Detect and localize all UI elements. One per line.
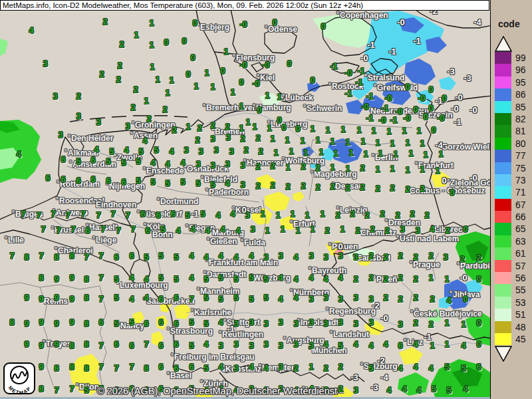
temperature-value: 3 xyxy=(249,340,253,350)
city-marker-icon: ° xyxy=(385,218,388,225)
temperature-value: 1 xyxy=(345,164,350,174)
temperature-value: 7 xyxy=(56,225,61,235)
city-marker-icon: ° xyxy=(329,82,332,89)
city-marker-icon: ° xyxy=(68,134,71,141)
temperature-value: 1 xyxy=(280,224,285,234)
temperature-value: 2 xyxy=(301,181,305,191)
temperature-value: -1 xyxy=(355,77,363,87)
legend-code: 80 xyxy=(515,138,526,149)
legend-swatch xyxy=(495,211,511,223)
temperature-value: 3 xyxy=(249,317,253,327)
temperature-value: 3 xyxy=(198,146,203,156)
temperature-value: 5 xyxy=(185,210,190,220)
temperature-value: 4 xyxy=(218,251,223,261)
city-marker-icon: ° xyxy=(330,330,333,337)
temperature-value: 8 xyxy=(84,339,88,349)
temperature-value: 1 xyxy=(325,125,330,135)
temperature-value: 2 xyxy=(116,74,120,84)
temperature-value: 1 xyxy=(345,137,350,147)
temperature-value: 6 xyxy=(156,210,160,220)
temperature-value: 5 xyxy=(368,363,373,373)
city-marker-icon: ° xyxy=(92,235,96,243)
city-marker-icon: ° xyxy=(197,287,200,294)
temperature-value: -0 xyxy=(397,17,405,27)
temperature-value: 5 xyxy=(431,384,436,394)
temperature-value: 1 xyxy=(300,136,305,146)
temperature-value: 2 xyxy=(255,162,260,172)
temperature-value: 2 xyxy=(383,293,388,303)
temperature-value: 1 xyxy=(252,122,257,132)
temperature-value: 1 xyxy=(210,82,215,92)
temperature-value: -3 xyxy=(370,382,378,392)
temperature-value: 0 xyxy=(295,124,300,134)
title-bar: MetMaps.info, Icon-D2 Modelweather, Mos … xyxy=(0,0,489,11)
temperature-value: -2 xyxy=(372,301,380,311)
temperature-value: 1 xyxy=(428,273,433,283)
temperature-value: 1 xyxy=(340,224,344,234)
temperature-value: 9 xyxy=(69,273,74,283)
temperature-value: 4 xyxy=(203,339,208,349)
temperature-value: 8 xyxy=(24,252,29,262)
temperature-value: 2 xyxy=(430,294,434,304)
temperature-value: 1 xyxy=(444,274,449,284)
temperature-value: 1 xyxy=(315,135,320,145)
temperature-value: 1 xyxy=(265,90,269,100)
city-marker-icon: ° xyxy=(114,153,117,160)
temperature-value: 3 xyxy=(225,132,230,142)
legend-code: 55 xyxy=(515,285,526,295)
weather-map-page: °Esbjerg°Odense°Copenhagen°Flensburg°Kie… xyxy=(0,0,532,399)
city-label: °Bremerhaven xyxy=(203,103,257,112)
legend-code: 75 xyxy=(515,163,526,174)
temperature-value: 0 xyxy=(186,69,190,79)
temperature-value: 4 xyxy=(461,340,466,350)
temperature-value: 7 xyxy=(69,384,74,394)
temperature-value: 8 xyxy=(69,340,74,350)
legend-title: code xyxy=(498,19,520,29)
temperature-value: 3 xyxy=(415,225,420,235)
temperature-value: -0 xyxy=(378,115,386,125)
city-marker-icon: ° xyxy=(207,237,210,244)
city-label: °Osnabrück xyxy=(184,164,229,174)
city-label: °Szczecin xyxy=(416,110,453,120)
temperature-value: 7 xyxy=(80,209,85,219)
temperature-value: 3 xyxy=(309,340,313,350)
temperature-value: 1 xyxy=(310,124,315,134)
city-label: °Enschede xyxy=(143,166,184,176)
temperature-value: 6 xyxy=(61,174,65,184)
temperature-value: 0 xyxy=(257,105,261,115)
city-marker-icon: ° xyxy=(290,288,293,295)
temperature-value: 5 xyxy=(136,176,140,186)
temperature-value: 2 xyxy=(445,225,450,235)
temperature-value: 4 xyxy=(94,144,98,154)
temperature-value: 7 xyxy=(21,209,25,219)
temperature-value: -0 xyxy=(418,93,426,103)
temperature-value: 9 xyxy=(24,293,29,303)
temperature-value: 5 xyxy=(263,293,268,303)
temperature-value: 4 xyxy=(189,273,194,283)
temperature-value: 8 xyxy=(69,251,74,261)
temperature-value: 2 xyxy=(413,274,418,284)
temperature-value: 1 xyxy=(169,75,174,85)
temperature-value: 4 xyxy=(293,274,298,284)
temperature-value: 4 xyxy=(169,146,174,156)
city-marker-icon: ° xyxy=(56,196,59,203)
temperature-value: 1 xyxy=(430,340,434,350)
legend-code: 99 xyxy=(515,53,526,63)
temperature-value: 5 xyxy=(200,209,205,219)
temperature-value: 7 xyxy=(98,273,103,283)
city-marker-icon: ° xyxy=(201,175,204,182)
temperature-value: 5 xyxy=(174,274,178,284)
temperature-value: 2 xyxy=(301,162,305,172)
temperature-value: 3 xyxy=(225,159,229,169)
temperature-value: 3 xyxy=(338,251,342,261)
temperature-value: 3 xyxy=(213,145,218,155)
temperature-value: 2 xyxy=(255,181,260,191)
legend-swatch xyxy=(495,101,511,113)
city-label: °Liège xyxy=(92,235,116,245)
temperature-value: 5 xyxy=(233,274,238,284)
weather-map[interactable]: °Esbjerg°Odense°Copenhagen°Flensburg°Kie… xyxy=(0,0,490,399)
temperature-value: 2 xyxy=(383,274,388,284)
city-label: °Darmstadt xyxy=(203,270,246,279)
temperature-value: 2 xyxy=(293,363,298,373)
legend-code: 86 xyxy=(515,89,526,100)
